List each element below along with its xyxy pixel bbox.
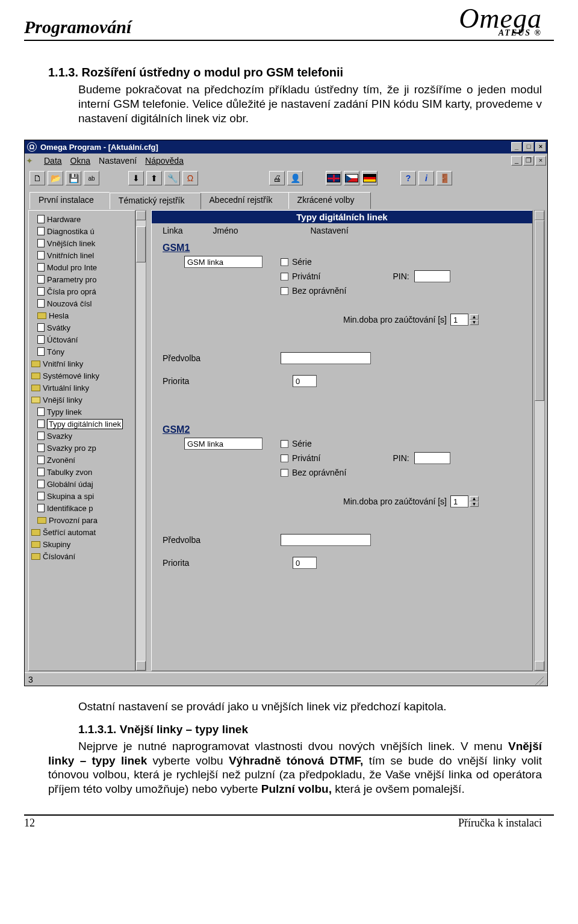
flag-uk-icon[interactable] [326, 171, 341, 185]
tree-item[interactable]: Vnitřní linky [31, 358, 135, 370]
scroll-thumb[interactable] [136, 226, 146, 262]
titlebar[interactable]: Ω Omega Program - [Aktuální.cfg] _ □ × [25, 140, 547, 153]
help-icon[interactable]: ? [400, 171, 416, 185]
gsm1-privatni-checkbox[interactable] [281, 273, 288, 281]
gsm1-bezop-checkbox[interactable] [281, 287, 288, 295]
group-gsm1: GSM1 [163, 243, 526, 253]
mdi-minimize-button[interactable]: _ [511, 156, 522, 166]
tree-item[interactable]: Nouzová čísl [31, 297, 135, 309]
gsm2-bezop-checkbox[interactable] [281, 469, 288, 477]
statusbar: 3 [25, 672, 547, 686]
gsm2-name-input[interactable] [184, 438, 263, 450]
tree-item[interactable]: Číslování [31, 550, 135, 562]
gsm2-priorita-input[interactable] [293, 557, 317, 569]
new-icon[interactable]: 🗋 [30, 171, 45, 185]
user-icon[interactable]: 👤 [287, 171, 303, 185]
footer-book-title: Příručka k instalaci [458, 817, 542, 829]
tree-item[interactable]: Skupina a spi [31, 490, 135, 502]
toolbar: 🗋 📂 💾 ab ⬇ ⬆ 🔧 Ω 🖨 👤 ? i 🚪 [25, 168, 547, 188]
tree-item[interactable]: Čísla pro oprá [31, 285, 135, 297]
tool-icon[interactable]: 🔧 [164, 171, 180, 185]
intro-paragraph: Budeme pokračovat na předchozím příkladu… [78, 82, 542, 125]
gsm1-predvolba-input[interactable] [281, 352, 371, 364]
panel-title: Typy digitálních linek [152, 211, 532, 223]
tree-item[interactable]: Účtování [31, 333, 135, 346]
app-icon: Ω [27, 142, 37, 152]
tree-item[interactable]: Provozní para [31, 514, 135, 526]
section-heading: 1.1.3. Rozšíření ústředny o modul pro GS… [48, 65, 542, 80]
tree-scrollbar[interactable] [135, 210, 146, 671]
gsm2-pin-input[interactable] [414, 452, 450, 464]
tree-view[interactable]: Hardware Diagnostika ú Vnějších linek Vn… [28, 210, 135, 671]
tree-item[interactable]: Identifikace p [31, 502, 135, 514]
gsm1-pin-input[interactable] [414, 270, 450, 282]
tree-item[interactable]: Tóny [31, 346, 135, 358]
tree-item[interactable]: Typy linek [31, 406, 135, 418]
gsm2-mindoba-input[interactable] [450, 495, 468, 507]
tree-item[interactable]: Svazky [31, 430, 135, 442]
print-icon[interactable]: 🖨 [269, 171, 285, 185]
scroll-down-icon[interactable] [535, 661, 544, 671]
tree-item[interactable]: Svátky [31, 321, 135, 333]
tree-item[interactable]: Šetřící automat [31, 526, 135, 538]
tree-item[interactable]: Vnějších linek [31, 237, 135, 249]
scroll-up-icon[interactable] [535, 211, 544, 220]
mdi-close-button[interactable]: × [535, 156, 546, 166]
tree-item[interactable]: Modul pro Inte [31, 261, 135, 273]
tree-item-selected[interactable]: Typy digitálních linek [31, 418, 135, 430]
scroll-up-icon[interactable] [136, 211, 146, 220]
info-icon[interactable]: i [418, 171, 434, 185]
tree-item[interactable]: Vnější linky [31, 394, 135, 406]
tree-item[interactable]: Globální údaj [31, 478, 135, 490]
tree-item[interactable]: Tabulky zvon [31, 466, 135, 478]
resize-grip-icon[interactable] [533, 674, 544, 685]
flag-cz-icon[interactable] [344, 171, 359, 185]
flag-de-icon[interactable] [362, 171, 378, 185]
tab-tematicky-rejstrik[interactable]: Tématický rejstřík [110, 193, 201, 209]
gsm2-privatni-checkbox[interactable] [281, 454, 288, 462]
gsm2-mindoba-spinner[interactable]: ▲▼ [470, 496, 479, 507]
tree-item[interactable]: Vnitřních linel [31, 249, 135, 261]
exit-icon[interactable]: 🚪 [437, 171, 452, 185]
gsm1-mindoba-spinner[interactable]: ▲▼ [470, 314, 479, 325]
omega-icon[interactable]: Ω [182, 171, 198, 185]
tree-item[interactable]: Parametry pro [31, 273, 135, 285]
tree-item[interactable]: Skupiny [31, 538, 135, 550]
save-icon[interactable]: 💾 [66, 171, 81, 185]
menu-data[interactable]: Data [44, 156, 62, 166]
gsm2-predvolba-input[interactable] [281, 534, 371, 546]
tree-item[interactable]: Hardware [31, 213, 135, 225]
panel-scrollbar[interactable] [534, 210, 545, 671]
tree-item[interactable]: Virtuální linky [31, 382, 135, 394]
gsm2-serie-checkbox[interactable] [281, 440, 288, 448]
predvolba-label: Předvolba [163, 353, 281, 363]
menu-okna[interactable]: Okna [70, 156, 90, 166]
maximize-button[interactable]: □ [523, 142, 534, 152]
gsm1-priorita-input[interactable] [293, 375, 317, 387]
mdi-icon: ✦ [26, 156, 36, 166]
gsm1-serie-checkbox[interactable] [281, 258, 288, 266]
upload-icon[interactable]: ⬆ [146, 171, 162, 185]
page-title: Programování [24, 17, 131, 37]
saveas-icon[interactable]: ab [84, 171, 99, 185]
scroll-down-icon[interactable] [136, 661, 146, 671]
menu-napoveda[interactable]: Nápověda [145, 156, 184, 166]
tree-item[interactable]: Zvonění [31, 454, 135, 466]
scroll-thumb[interactable] [535, 220, 544, 401]
tab-prvni-instalace[interactable]: První instalace [30, 192, 110, 209]
tree-item[interactable]: Systémové linky [31, 370, 135, 382]
close-button[interactable]: × [535, 142, 546, 152]
tab-abecedni-rejstrik[interactable]: Abecední rejstřík [200, 192, 289, 209]
mdi-restore-button[interactable]: ❐ [523, 156, 534, 166]
gsm1-name-input[interactable] [184, 256, 263, 268]
tree-item[interactable]: Svazky pro zp [31, 442, 135, 454]
brand-logo: Omega ATEUS ® [459, 5, 542, 37]
menu-nastaveni[interactable]: Nastavení [99, 156, 137, 166]
download-icon[interactable]: ⬇ [128, 171, 144, 185]
open-icon[interactable]: 📂 [48, 171, 63, 185]
gsm1-mindoba-input[interactable] [450, 314, 468, 326]
tree-item[interactable]: Diagnostika ú [31, 225, 135, 237]
minimize-button[interactable]: _ [511, 142, 522, 152]
tab-zkracene-volby[interactable]: Zkrácené volby [288, 192, 371, 209]
tree-item[interactable]: Hesla [31, 309, 135, 321]
